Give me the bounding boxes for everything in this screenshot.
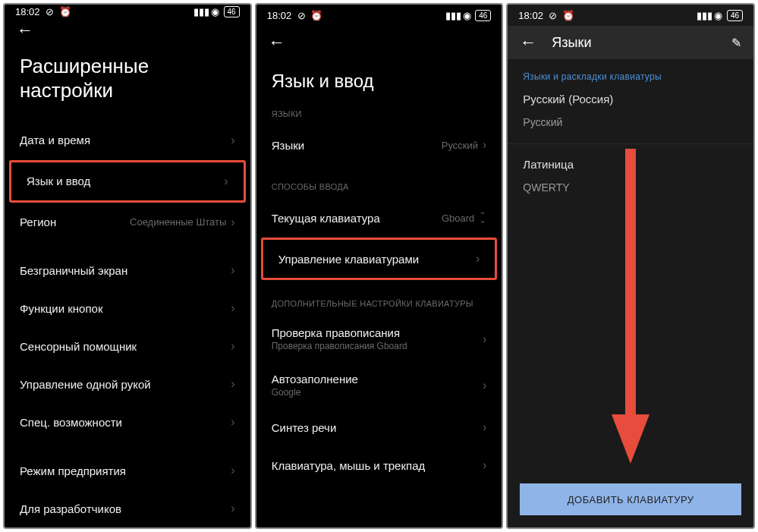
battery-icon: 46 xyxy=(475,10,491,21)
row-developer[interactable]: Для разработчиков › xyxy=(5,490,250,527)
chevron-right-icon: › xyxy=(231,134,234,147)
section-input-methods: СПОСОБЫ ВВОДА xyxy=(256,179,502,199)
back-icon[interactable]: ← xyxy=(269,33,285,52)
wifi-icon: ◉ xyxy=(713,10,724,20)
lang-layout-russian: Русский xyxy=(508,113,753,137)
nav-bar: ← Языки ✎ xyxy=(508,26,753,59)
lang-item-russian[interactable]: Русский (Россия) xyxy=(508,85,753,113)
chevron-right-icon: › xyxy=(231,415,234,429)
battery-icon: 46 xyxy=(727,10,743,21)
screen-advanced-settings: 18:02 ⊘ ⏰ ▮▮▮ ◉ 46 ← Расширенные настрой… xyxy=(3,3,252,529)
wifi-icon: ◉ xyxy=(210,7,221,17)
row-spellcheck[interactable]: Проверка правописания Проверка правописа… xyxy=(256,316,502,362)
chevron-right-icon: › xyxy=(231,502,234,515)
add-keyboard-button[interactable]: ДОБАВИТЬ КЛАВИАТУРУ xyxy=(520,483,741,515)
page-title: Расширенные настройки xyxy=(5,42,250,121)
status-time: 18:02 xyxy=(518,10,543,21)
chevron-right-icon: › xyxy=(231,263,234,277)
status-bar: 18:02 ⊘ ⏰ ▮▮▮ ◉ 46 xyxy=(5,5,250,19)
screen-languages: 18:02 ⊘ ⏰ ▮▮▮ ◉ 46 ← Языки ✎ Языки и рас… xyxy=(506,3,755,529)
row-tts[interactable]: Синтез речи › xyxy=(256,408,502,446)
row-buttons[interactable]: Функции кнопок › xyxy=(5,289,250,327)
lang-layout-qwerty: QWERTY xyxy=(508,178,753,203)
dnd-icon: ⊘ xyxy=(45,7,55,17)
row-autofill[interactable]: Автозаполнение Google › xyxy=(256,362,502,408)
row-region[interactable]: Регион Соединенные Штаты › xyxy=(5,203,250,241)
lang-item-latin[interactable]: Латиница xyxy=(508,150,753,178)
edit-icon[interactable]: ✎ xyxy=(731,36,741,50)
row-accessibility[interactable]: Спец. возможности › xyxy=(5,403,250,441)
wifi-icon: ◉ xyxy=(461,10,472,20)
chevron-right-icon: › xyxy=(483,379,486,392)
row-current-keyboard[interactable]: Текущая клавиатура Gboard ⌃⌄ xyxy=(256,199,502,237)
back-icon[interactable]: ← xyxy=(520,33,536,52)
updown-icon: ⌃⌄ xyxy=(479,213,486,222)
signal-icon: ▮▮▮ xyxy=(700,10,710,20)
page-title: Язык и ввод xyxy=(256,59,502,106)
dnd-icon: ⊘ xyxy=(296,10,307,20)
divider xyxy=(508,143,753,144)
back-icon[interactable]: ← xyxy=(17,20,33,40)
row-manage-keyboards[interactable]: Управление клавиатурами › xyxy=(263,240,495,278)
row-languages[interactable]: Языки Русский › xyxy=(256,126,502,164)
screen-lang-input: 18:02 ⊘ ⏰ ▮▮▮ ◉ 46 ← Язык и ввод ЯЗЫКИ Я… xyxy=(255,3,504,529)
chevron-right-icon: › xyxy=(483,138,486,152)
chevron-right-icon: › xyxy=(231,464,234,477)
chevron-right-icon: › xyxy=(483,458,486,472)
signal-icon: ▮▮▮ xyxy=(448,10,458,20)
section-layouts: Языки и раскладки клавиатуры xyxy=(508,59,753,85)
chevron-right-icon: › xyxy=(224,175,228,188)
alarm-icon: ⏰ xyxy=(60,7,71,17)
chevron-right-icon: › xyxy=(231,216,234,229)
status-bar: 18:02 ⊘ ⏰ ▮▮▮ ◉ 46 xyxy=(256,5,502,26)
dnd-icon: ⊘ xyxy=(548,10,558,20)
nav-bar: ← xyxy=(256,26,502,59)
page-title: Языки xyxy=(552,35,731,51)
status-bar: 18:02 ⊘ ⏰ ▮▮▮ ◉ 46 xyxy=(508,5,753,26)
row-enterprise[interactable]: Режим предприятия › xyxy=(5,452,250,490)
row-kbm[interactable]: Клавиатура, мышь и трекпад › xyxy=(256,446,502,484)
alarm-icon: ⏰ xyxy=(563,10,574,20)
row-borderless[interactable]: Безграничный экран › xyxy=(5,251,250,289)
chevron-right-icon: › xyxy=(231,339,234,353)
row-lang-input[interactable]: Язык и ввод › xyxy=(11,162,244,200)
section-languages: ЯЗЫКИ xyxy=(256,106,502,126)
row-onehand[interactable]: Управление одной рукой › xyxy=(5,365,250,403)
alarm-icon: ⏰ xyxy=(311,10,322,20)
status-time: 18:02 xyxy=(267,10,292,21)
highlight-box: Управление клавиатурами › xyxy=(261,238,498,280)
chevron-right-icon: › xyxy=(483,332,486,346)
chevron-right-icon: › xyxy=(483,420,486,434)
section-extra: ДОПОЛНИТЕЛЬНЫЕ НАСТРОЙКИ КЛАВИАТУРЫ xyxy=(256,296,502,316)
chevron-right-icon: › xyxy=(476,252,480,266)
chevron-right-icon: › xyxy=(231,377,234,391)
svg-marker-1 xyxy=(612,414,649,464)
battery-icon: 46 xyxy=(224,6,240,17)
chevron-right-icon: › xyxy=(231,301,234,315)
status-time: 18:02 xyxy=(15,6,40,17)
row-date-time[interactable]: Дата и время › xyxy=(5,121,250,159)
signal-icon: ▮▮▮ xyxy=(197,7,207,17)
row-assistant[interactable]: Сенсорный помощник › xyxy=(5,327,250,365)
nav-bar: ← xyxy=(5,19,250,42)
highlight-box: Язык и ввод › xyxy=(9,160,246,203)
